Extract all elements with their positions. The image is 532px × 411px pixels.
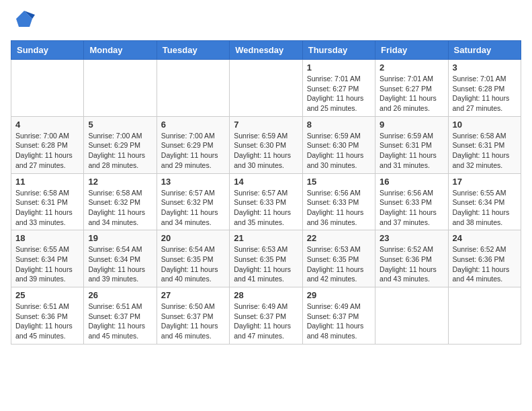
calendar-cell: 2Sunrise: 7:01 AMSunset: 6:27 PMDaylight…: [375, 60, 448, 117]
day-number: 1: [307, 62, 371, 73]
day-info: Sunrise: 6:49 AMSunset: 6:37 PMDaylight:…: [307, 302, 371, 341]
calendar-week-row: 4Sunrise: 7:00 AMSunset: 6:28 PMDaylight…: [11, 116, 521, 173]
day-info: Sunrise: 6:51 AMSunset: 6:37 PMDaylight:…: [88, 302, 152, 341]
day-number: 15: [307, 177, 371, 187]
calendar-cell: 23Sunrise: 6:52 AMSunset: 6:36 PMDayligh…: [375, 230, 448, 287]
day-number: 14: [234, 177, 298, 187]
calendar-cell: 25Sunrise: 6:51 AMSunset: 6:36 PMDayligh…: [11, 287, 84, 345]
calendar-cell: 12Sunrise: 6:58 AMSunset: 6:32 PMDayligh…: [84, 173, 157, 230]
day-info: Sunrise: 6:59 AMSunset: 6:30 PMDaylight:…: [234, 131, 298, 171]
day-number: 24: [453, 233, 517, 243]
calendar-week-row: 25Sunrise: 6:51 AMSunset: 6:36 PMDayligh…: [11, 287, 521, 345]
calendar-cell: 11Sunrise: 6:58 AMSunset: 6:31 PMDayligh…: [11, 173, 84, 230]
calendar-cell: 9Sunrise: 6:59 AMSunset: 6:31 PMDaylight…: [375, 116, 448, 173]
calendar-cell: 14Sunrise: 6:57 AMSunset: 6:33 PMDayligh…: [230, 173, 302, 230]
calendar-week-row: 18Sunrise: 6:55 AMSunset: 6:34 PMDayligh…: [11, 230, 521, 287]
day-number: 16: [380, 177, 443, 187]
calendar-header-wednesday: Wednesday: [230, 41, 302, 60]
day-number: 13: [161, 177, 225, 187]
day-info: Sunrise: 6:56 AMSunset: 6:33 PMDaylight:…: [380, 188, 443, 228]
day-info: Sunrise: 6:53 AMSunset: 6:35 PMDaylight:…: [234, 244, 298, 284]
day-number: 18: [15, 233, 79, 243]
day-number: 20: [161, 233, 225, 243]
calendar-header-sunday: Sunday: [11, 41, 84, 60]
calendar-cell: 6Sunrise: 7:00 AMSunset: 6:29 PMDaylight…: [157, 116, 229, 173]
header: [11, 11, 521, 32]
calendar-table: SundayMondayTuesdayWednesdayThursdayFrid…: [11, 40, 521, 345]
calendar-cell: 28Sunrise: 6:49 AMSunset: 6:37 PMDayligh…: [230, 287, 302, 345]
day-number: 8: [307, 120, 371, 130]
day-info: Sunrise: 6:49 AMSunset: 6:37 PMDaylight:…: [234, 302, 298, 341]
page: SundayMondayTuesdayWednesdayThursdayFrid…: [0, 0, 532, 351]
calendar-header-tuesday: Tuesday: [157, 41, 229, 60]
calendar-cell: 19Sunrise: 6:54 AMSunset: 6:34 PMDayligh…: [84, 230, 157, 287]
day-info: Sunrise: 7:01 AMSunset: 6:27 PMDaylight:…: [307, 74, 371, 113]
calendar-cell: [448, 287, 521, 345]
day-info: Sunrise: 6:52 AMSunset: 6:36 PMDaylight:…: [380, 244, 443, 284]
day-number: 6: [161, 120, 225, 130]
calendar-cell: 4Sunrise: 7:00 AMSunset: 6:28 PMDaylight…: [11, 116, 84, 173]
day-number: 4: [15, 120, 79, 130]
calendar-cell: 26Sunrise: 6:51 AMSunset: 6:37 PMDayligh…: [84, 287, 157, 345]
calendar-cell: 22Sunrise: 6:53 AMSunset: 6:35 PMDayligh…: [302, 230, 375, 287]
calendar-cell: [230, 60, 302, 117]
calendar-header-monday: Monday: [84, 41, 157, 60]
day-info: Sunrise: 6:58 AMSunset: 6:31 PMDaylight:…: [453, 131, 517, 171]
day-info: Sunrise: 6:51 AMSunset: 6:36 PMDaylight:…: [15, 302, 79, 341]
day-info: Sunrise: 7:01 AMSunset: 6:28 PMDaylight:…: [453, 74, 517, 113]
calendar-cell: 10Sunrise: 6:58 AMSunset: 6:31 PMDayligh…: [448, 116, 521, 173]
day-number: 21: [234, 233, 298, 243]
day-info: Sunrise: 6:58 AMSunset: 6:32 PMDaylight:…: [88, 188, 152, 228]
calendar-cell: 18Sunrise: 6:55 AMSunset: 6:34 PMDayligh…: [11, 230, 84, 287]
day-info: Sunrise: 6:55 AMSunset: 6:34 PMDaylight:…: [453, 188, 517, 228]
calendar-header-thursday: Thursday: [302, 41, 375, 60]
calendar-cell: 13Sunrise: 6:57 AMSunset: 6:32 PMDayligh…: [157, 173, 229, 230]
day-number: 22: [307, 233, 371, 243]
day-info: Sunrise: 7:00 AMSunset: 6:28 PMDaylight:…: [15, 131, 79, 171]
day-info: Sunrise: 6:54 AMSunset: 6:35 PMDaylight:…: [161, 244, 225, 284]
day-number: 26: [88, 290, 152, 300]
day-info: Sunrise: 6:59 AMSunset: 6:30 PMDaylight:…: [307, 131, 371, 171]
day-info: Sunrise: 6:52 AMSunset: 6:36 PMDaylight:…: [453, 244, 517, 284]
calendar-cell: 24Sunrise: 6:52 AMSunset: 6:36 PMDayligh…: [448, 230, 521, 287]
day-info: Sunrise: 7:01 AMSunset: 6:27 PMDaylight:…: [380, 74, 443, 113]
calendar-cell: [375, 287, 448, 345]
day-number: 11: [15, 177, 79, 187]
day-number: 12: [88, 177, 152, 187]
calendar-cell: 20Sunrise: 6:54 AMSunset: 6:35 PMDayligh…: [157, 230, 229, 287]
day-info: Sunrise: 6:56 AMSunset: 6:33 PMDaylight:…: [307, 188, 371, 228]
calendar-week-row: 1Sunrise: 7:01 AMSunset: 6:27 PMDaylight…: [11, 60, 521, 117]
day-info: Sunrise: 6:58 AMSunset: 6:31 PMDaylight:…: [15, 188, 79, 228]
day-info: Sunrise: 6:59 AMSunset: 6:31 PMDaylight:…: [380, 131, 443, 171]
calendar-cell: 8Sunrise: 6:59 AMSunset: 6:30 PMDaylight…: [302, 116, 375, 173]
calendar-header-row: SundayMondayTuesdayWednesdayThursdayFrid…: [11, 41, 521, 60]
calendar-cell: 27Sunrise: 6:50 AMSunset: 6:37 PMDayligh…: [157, 287, 229, 345]
day-info: Sunrise: 6:57 AMSunset: 6:33 PMDaylight:…: [234, 188, 298, 228]
day-number: 3: [453, 62, 517, 73]
calendar-header-saturday: Saturday: [448, 41, 521, 60]
day-number: 23: [380, 233, 443, 243]
day-number: 5: [88, 120, 152, 130]
day-info: Sunrise: 7:00 AMSunset: 6:29 PMDaylight:…: [88, 131, 152, 171]
day-number: 9: [380, 120, 443, 130]
calendar-cell: 21Sunrise: 6:53 AMSunset: 6:35 PMDayligh…: [230, 230, 302, 287]
day-number: 10: [453, 120, 517, 130]
day-info: Sunrise: 7:00 AMSunset: 6:29 PMDaylight:…: [161, 131, 225, 171]
calendar-week-row: 11Sunrise: 6:58 AMSunset: 6:31 PMDayligh…: [11, 173, 521, 230]
day-number: 17: [453, 177, 517, 187]
day-info: Sunrise: 6:55 AMSunset: 6:34 PMDaylight:…: [15, 244, 79, 284]
day-number: 29: [307, 290, 371, 300]
calendar-cell: 17Sunrise: 6:55 AMSunset: 6:34 PMDayligh…: [448, 173, 521, 230]
calendar-cell: 15Sunrise: 6:56 AMSunset: 6:33 PMDayligh…: [302, 173, 375, 230]
calendar-cell: 16Sunrise: 6:56 AMSunset: 6:33 PMDayligh…: [375, 173, 448, 230]
day-number: 28: [234, 290, 298, 300]
day-number: 2: [380, 62, 443, 73]
calendar-cell: 7Sunrise: 6:59 AMSunset: 6:30 PMDaylight…: [230, 116, 302, 173]
calendar-cell: [11, 60, 84, 117]
day-number: 7: [234, 120, 298, 130]
calendar-header-friday: Friday: [375, 41, 448, 60]
calendar-cell: 29Sunrise: 6:49 AMSunset: 6:37 PMDayligh…: [302, 287, 375, 345]
calendar-cell: [84, 60, 157, 117]
day-number: 27: [161, 290, 225, 300]
day-info: Sunrise: 6:53 AMSunset: 6:35 PMDaylight:…: [307, 244, 371, 284]
